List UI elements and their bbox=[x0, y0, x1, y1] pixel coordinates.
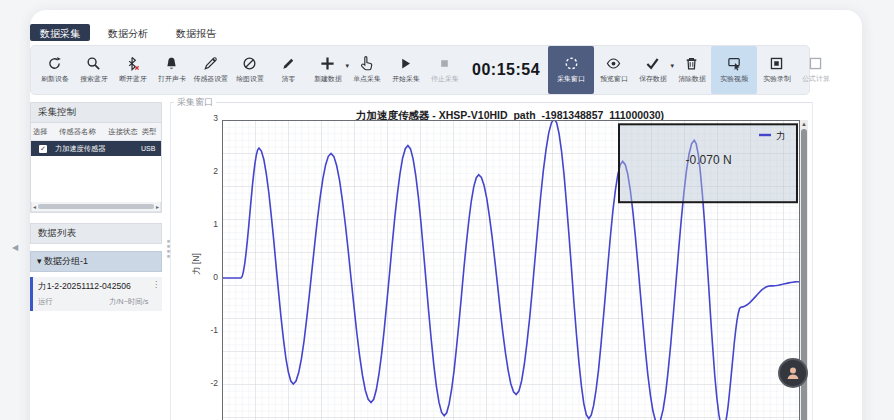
data-items: 力1-2-20251112-042506⋮运行力/N~时间/s bbox=[30, 277, 162, 311]
scroll-left-icon[interactable]: ◂ bbox=[33, 203, 36, 210]
tab-data-report[interactable]: 数据报告 bbox=[166, 24, 226, 41]
zero-button[interactable]: 清零 bbox=[269, 46, 308, 94]
single-point-button[interactable]: 单点采集 bbox=[347, 46, 386, 94]
chart-groupbox-label: 采集窗口 bbox=[174, 96, 216, 109]
capture-window-button[interactable]: 采集窗口 bbox=[548, 46, 594, 94]
formula-icon bbox=[808, 56, 823, 71]
refresh-icon bbox=[47, 56, 62, 71]
chart-plot-area[interactable]: -0.070 N 力 bbox=[222, 120, 800, 420]
waveform-chart: -0.070 N 力 bbox=[223, 121, 799, 420]
chart-groupbox-border bbox=[170, 102, 812, 103]
sensor-table: 选择传感器名称连接状态类型 ✓力加速度传感器USB ◂ ▸ bbox=[30, 123, 162, 213]
chart-groupbox-border-right bbox=[812, 102, 813, 420]
record-icon bbox=[769, 56, 784, 71]
preview-window-button[interactable]: 预览窗口 bbox=[594, 46, 633, 94]
stop-icon bbox=[437, 56, 452, 71]
sensor-row[interactable]: ✓力加速度传感器USB bbox=[31, 141, 161, 156]
video-cursor-icon bbox=[727, 56, 742, 71]
scroll-right-icon[interactable]: ▸ bbox=[156, 203, 159, 210]
y-tick: -2 bbox=[198, 378, 218, 388]
control-panel-header: 采集控制 bbox=[30, 102, 162, 123]
open-soundcard-button[interactable]: 打开声卡 bbox=[152, 46, 191, 94]
tab-data-analysis[interactable]: 数据分析 bbox=[98, 24, 158, 41]
chart-groupbox-border-left bbox=[170, 102, 171, 420]
plus-icon bbox=[320, 56, 335, 71]
sensor-settings-button[interactable]: 传感器设置 bbox=[191, 46, 230, 94]
data-list-header: 数据列表 bbox=[30, 223, 162, 244]
new-data-button[interactable]: ▾新建数据 bbox=[308, 46, 347, 94]
person-icon bbox=[785, 365, 801, 381]
scrollbar-thumb[interactable] bbox=[38, 204, 154, 209]
horizontal-scrollbar[interactable]: ◂ ▸ bbox=[31, 202, 161, 212]
sensor-table-header: 选择传感器名称连接状态类型 bbox=[31, 123, 161, 141]
y-tick: -1 bbox=[198, 325, 218, 335]
scroll-up-icon[interactable]: ▲ bbox=[800, 120, 808, 128]
pen-icon bbox=[281, 56, 296, 71]
svg-text:力: 力 bbox=[776, 130, 786, 141]
disconnect-bluetooth-button[interactable]: 断开蓝牙 bbox=[113, 46, 152, 94]
sensor-settings-icon bbox=[203, 56, 218, 71]
selection-annotation: -0.070 N bbox=[686, 153, 732, 167]
experiment-video-button[interactable]: 实验视频 bbox=[711, 46, 757, 94]
refresh-device-button[interactable]: 刷新设备 bbox=[35, 46, 74, 94]
main-tabbar: 数据采集数据分析数据报告 bbox=[30, 24, 226, 41]
sensor-table-empty-area bbox=[31, 156, 161, 202]
experiment-record-button[interactable]: 实验录制 bbox=[757, 46, 796, 94]
chevron-down-icon: ▾ bbox=[37, 256, 44, 266]
save-data-button[interactable]: ▾保存数据 bbox=[633, 46, 672, 94]
search-bluetooth-button[interactable]: 搜索蓝牙 bbox=[74, 46, 113, 94]
sensor-table-rows: ✓力加速度传感器USB bbox=[31, 141, 161, 156]
item-axes: 力/N~时间/s bbox=[109, 296, 148, 306]
start-acquisition-button[interactable]: 开始采集 bbox=[386, 46, 425, 94]
formula-calc-button[interactable]: 公式计算 bbox=[796, 46, 835, 94]
hand-point-icon bbox=[359, 56, 374, 71]
stop-acquisition-button[interactable]: 停止采集 bbox=[425, 46, 464, 94]
y-tick: 1 bbox=[198, 219, 218, 229]
item-status: 运行 bbox=[38, 296, 53, 306]
checkbox[interactable]: ✓ bbox=[39, 145, 47, 153]
bell-icon bbox=[164, 56, 179, 71]
y-tick: 0 bbox=[198, 272, 218, 282]
plot-settings-icon bbox=[242, 56, 257, 71]
trash-icon bbox=[684, 56, 699, 71]
user-avatar-button[interactable] bbox=[778, 358, 808, 388]
check-icon bbox=[645, 56, 660, 71]
tab-data-acquisition[interactable]: 数据采集 bbox=[30, 24, 90, 41]
toolbar: 刷新设备搜索蓝牙断开蓝牙打开声卡传感器设置绘图设置清零▾新建数据单点采集开始采集… bbox=[30, 45, 810, 95]
eye-icon bbox=[606, 56, 621, 71]
search-icon bbox=[86, 56, 101, 71]
data-list-panel: 数据列表 ▾ 数据分组-1 力1-2-20251112-042506⋮运行力/N… bbox=[30, 223, 162, 311]
sidebar: 采集控制 选择传感器名称连接状态类型 ✓力加速度传感器USB ◂ ▸ 数据列表 … bbox=[30, 102, 162, 311]
clear-data-button[interactable]: 清除数据 bbox=[672, 46, 711, 94]
bluetooth-off-icon bbox=[125, 56, 140, 71]
sidebar-collapse-icon[interactable]: ◀ bbox=[12, 243, 18, 252]
play-icon bbox=[398, 56, 413, 71]
plot-settings-button[interactable]: 绘图设置 bbox=[230, 46, 269, 94]
acquisition-timer: 00:15:54 bbox=[464, 46, 548, 94]
data-list-item[interactable]: 力1-2-20251112-042506⋮运行力/N~时间/s bbox=[30, 277, 162, 311]
screen: { "tabs": [ {"name": "tab-data-acquisiti… bbox=[0, 0, 894, 420]
y-tick: 3 bbox=[198, 113, 218, 123]
dashed-circle-icon bbox=[564, 56, 579, 71]
y-tick: 2 bbox=[198, 166, 218, 176]
item-menu-icon[interactable]: ⋮ bbox=[152, 280, 160, 289]
data-group-row[interactable]: ▾ 数据分组-1 bbox=[30, 251, 162, 272]
